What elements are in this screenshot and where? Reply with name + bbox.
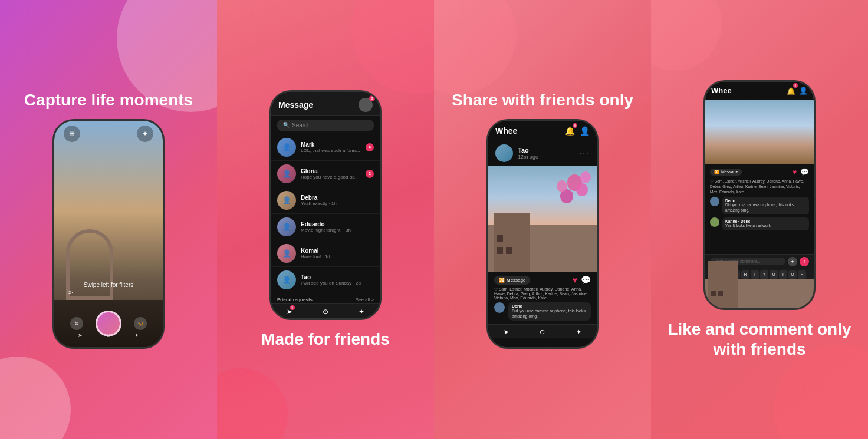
zoom-indicator: 2× xyxy=(68,290,74,295)
panel-1-headline: Capture life moments xyxy=(12,90,205,110)
bell-icon[interactable]: 🔔 xyxy=(787,87,795,95)
key-t[interactable]: T xyxy=(751,270,759,279)
phone-2: Message 8 🔍 Search 👤 Mark LOL, that was … xyxy=(269,90,382,320)
nav-send-icon[interactable]: ➤ xyxy=(78,332,83,338)
unread-badge: 2 xyxy=(366,170,374,178)
profile-icon[interactable]: 👤 xyxy=(799,87,808,95)
key-o[interactable]: O xyxy=(788,270,797,279)
bell-badge: 8 xyxy=(793,83,798,88)
comment-avatar xyxy=(494,302,505,313)
like-heart-icon[interactable]: ♥ xyxy=(573,275,577,285)
key-y[interactable]: Y xyxy=(760,270,768,279)
more-options-icon[interactable]: ··· xyxy=(579,148,590,158)
comment-avatar xyxy=(710,197,719,206)
avatar-komal: 👤 xyxy=(277,244,296,263)
list-item[interactable]: 👤 Komal Have fun! · 1d xyxy=(271,240,380,267)
key-p[interactable]: P xyxy=(798,270,806,279)
search-icon: 🔍 xyxy=(283,122,290,128)
phone-3: Whee 🔔 8 👤 Tao 12m ago ··· xyxy=(486,119,599,349)
nav-camera-icon[interactable]: ⊙ xyxy=(540,328,545,336)
friend-requests-label: Friend requests xyxy=(277,297,313,302)
p4-post-image xyxy=(705,100,814,164)
list-item[interactable]: 👤 Eduardo Movie night tonight! · 3h xyxy=(271,214,380,240)
panel-like-comment: Whee 🔔 8 👤 xyxy=(651,0,868,439)
comment-item: Deric Did you use camera or phone, this … xyxy=(710,197,809,214)
likes-text: ♡ Sam, Esther, Mitchell, Aubrey, Darlene… xyxy=(494,287,591,300)
nav-badge: 8 xyxy=(290,305,295,310)
nav-plus-icon[interactable]: ✦ xyxy=(359,308,364,316)
message-action-btn[interactable]: 🔀 Message xyxy=(710,169,742,176)
nav-camera-icon[interactable]: ⊙ xyxy=(106,332,111,338)
send-button[interactable]: ↑ xyxy=(800,257,809,266)
see-all-link[interactable]: See all > xyxy=(356,297,374,302)
key-r[interactable]: R xyxy=(741,270,749,279)
avatar-debra: 👤 xyxy=(277,191,296,210)
like-heart-icon[interactable]: ♥ xyxy=(793,168,797,176)
panel-capture: Capture life moments ✳ ✦ Swipe left for … xyxy=(0,0,217,439)
panel-share: Share with friends only Whee 🔔 8 👤 Tao xyxy=(434,0,651,439)
bell-badge: 8 xyxy=(573,123,577,128)
p4-header: Whee 🔔 8 👤 xyxy=(705,82,814,100)
comment-avatar xyxy=(710,217,719,227)
post-time: 12m ago xyxy=(518,154,538,160)
phone-1: ✳ ✦ Swipe left for filters 2× ↻ 🦋 ➤ ⊙ ✦ xyxy=(52,119,165,349)
app-brand: Whee xyxy=(495,126,517,136)
search-bar[interactable]: 🔍 Search xyxy=(277,120,374,131)
panel-4-headline: Like and comment only with friends xyxy=(651,319,868,359)
likes-text: ♡ Sam, Esther, Mitchell, Aubrey, Darlene… xyxy=(710,179,809,194)
nav-send-icon[interactable]: ➤ 8 xyxy=(287,308,292,316)
message-icon: 🔀 xyxy=(714,170,719,174)
header-avatar[interactable]: 8 xyxy=(359,98,373,112)
post-user-avatar xyxy=(495,144,513,162)
profile-icon[interactable]: 👤 xyxy=(580,126,590,136)
comment-bubble-icon[interactable]: 💬 xyxy=(800,168,809,176)
panel-2-headline: Made for friends xyxy=(249,329,402,349)
post-image xyxy=(488,166,597,272)
avatar-eduardo: 👤 xyxy=(277,217,296,236)
post-username: Tao xyxy=(518,147,538,154)
bell-icon[interactable]: 🔔 xyxy=(565,126,575,136)
unread-badge: 4 xyxy=(366,143,374,151)
post-user-info: Tao 12m ago ··· xyxy=(488,141,597,166)
key-u[interactable]: U xyxy=(770,270,778,279)
p4-comments-area: 🔀 Message ♥ 💬 ♡ Sam, Esther, Mitchell, A… xyxy=(705,164,814,254)
friend-requests-section: Friend requests See all > xyxy=(271,293,380,303)
list-item[interactable]: 👤 Tao I will see you on Sunday · 2d xyxy=(271,267,380,293)
camera-sun-icon[interactable]: ✦ xyxy=(137,126,153,142)
comment-bubble-icon[interactable]: 💬 xyxy=(581,275,591,285)
list-item[interactable]: 👤 Mark LOL, that was such a funny v... ·… xyxy=(271,134,380,161)
nav-camera-icon[interactable]: ⊙ xyxy=(323,308,328,316)
post-header: Whee 🔔 8 👤 xyxy=(488,121,597,141)
phone-4: Whee 🔔 8 👤 xyxy=(703,80,816,310)
swipe-filter-text: Swipe left for filters xyxy=(54,282,163,288)
nav-plus-icon[interactable]: ✦ xyxy=(576,328,581,336)
panel-messages: Message 8 🔍 Search 👤 Mark LOL, that was … xyxy=(217,0,434,439)
message-icon: 🔀 xyxy=(499,278,505,283)
nav-plus-icon[interactable]: ✦ xyxy=(134,332,139,338)
bottom-nav: ➤ ⊙ ✦ xyxy=(488,324,597,338)
messages-title: Message xyxy=(278,100,313,110)
avatar-tao: 👤 xyxy=(277,270,296,289)
add-icon[interactable]: + xyxy=(788,257,797,266)
search-placeholder: Search xyxy=(292,122,311,128)
header-badge: 8 xyxy=(369,95,375,101)
panel-3-headline: Share with friends only xyxy=(440,90,645,110)
message-list: 👤 Mark LOL, that was such a funny v... ·… xyxy=(271,134,380,303)
key-i[interactable]: I xyxy=(779,270,787,279)
bottom-nav: ➤ 8 ⊙ ✦ xyxy=(271,303,380,318)
app-brand: Whee xyxy=(711,86,732,95)
list-item[interactable]: 👤 Debra Yeah exactly · 1h xyxy=(271,187,380,214)
nav-send-icon[interactable]: ➤ xyxy=(504,328,509,336)
messages-header: Message 8 xyxy=(271,92,380,116)
avatar-mark: 👤 xyxy=(277,138,296,157)
post-footer: 🔀 Message ♥ 💬 ♡ Sam, Esther, Mitchell, A… xyxy=(488,272,597,324)
camera-asterisk-icon[interactable]: ✳ xyxy=(64,126,80,142)
comment-item: Karine • Deric Yes It looks like an artw… xyxy=(710,217,809,230)
list-item[interactable]: 👤 Gloria Hope you have a good day · 2m 2 xyxy=(271,161,380,187)
avatar-gloria: 👤 xyxy=(277,164,296,183)
comment-item: Deric Did you use camera or phone, this … xyxy=(494,302,591,321)
message-action-btn[interactable]: 🔀 Message xyxy=(494,276,530,285)
